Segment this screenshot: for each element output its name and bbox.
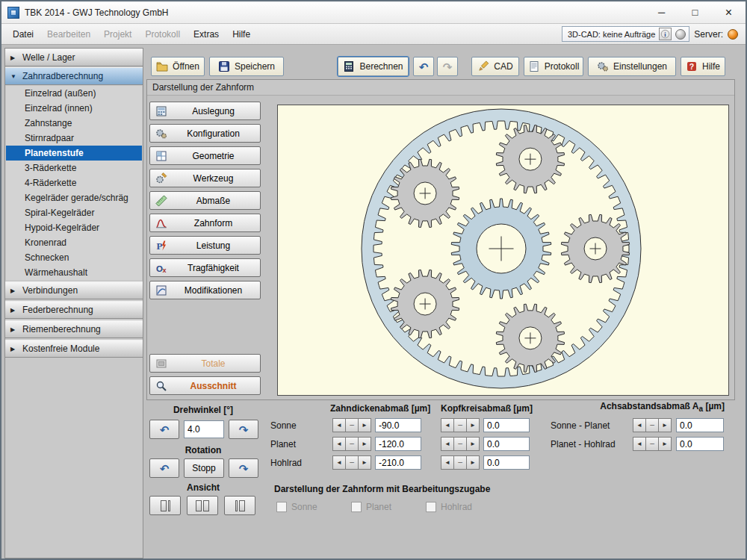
zahndicken-hohlrad-input[interactable] (375, 455, 421, 470)
sidebar-item-planetenstufe[interactable]: Planetenstufe (6, 146, 142, 161)
ruler-icon (155, 195, 167, 207)
planet-checkbox[interactable] (351, 502, 362, 512)
sidebar-item-schnecken[interactable]: Schnecken (6, 250, 142, 265)
sidebar-item-kronenrad[interactable]: Kronenrad (6, 235, 142, 250)
sidebar-item-4-raederkette[interactable]: 4-Räderkette (6, 175, 142, 190)
sidebar-item-3-raederkette[interactable]: 3-Räderkette (6, 161, 142, 175)
sidebar-section-verbindungen[interactable]: ▶ Verbindungen (5, 281, 143, 299)
decrease-button[interactable]: ◄ (441, 418, 454, 432)
rotate-ccw-step-button[interactable]: ↶ (149, 420, 179, 439)
decrease-button[interactable]: ◄ (332, 455, 346, 470)
ausschnitt-button[interactable]: Ausschnitt (149, 376, 261, 395)
geometrie-button[interactable]: Geometrie (149, 146, 261, 165)
row-label-sonne: Sonne (270, 420, 297, 431)
view-mode-2-button[interactable] (187, 496, 218, 515)
view-mode-3-button[interactable] (224, 496, 255, 515)
menu-protokoll[interactable]: Protokoll (138, 26, 187, 43)
sidebar-item-waermehaushalt[interactable]: Wärmehaushalt (6, 265, 142, 280)
sidebar-section-zahnradberechnung[interactable]: ▼ Zahnradberechnung (5, 67, 143, 85)
achsabstand-sonne-planet-input[interactable] (676, 418, 724, 432)
menu-datei[interactable]: Datei (6, 26, 40, 43)
increase-button[interactable]: ► (466, 437, 480, 451)
sonne-checkbox[interactable] (276, 502, 287, 512)
sidebar-item-spiral-kegelraeder[interactable]: Spiral-Kegelräder (6, 205, 142, 220)
close-button[interactable]: × (712, 1, 746, 23)
auslegung-button[interactable]: Auslegung (149, 102, 261, 120)
zahndicken-planet-input[interactable] (375, 437, 421, 451)
sidebar-item-einzelrad-innen[interactable]: Einzelrad (innen) (6, 101, 142, 116)
protocol-button[interactable]: Protokoll (524, 57, 583, 76)
reset-button[interactable]: ─ (345, 455, 359, 470)
increase-button[interactable]: ► (358, 455, 371, 470)
decrease-button[interactable]: ◄ (441, 437, 454, 451)
drehwinkel-input[interactable] (184, 420, 224, 438)
double-pane-icon (196, 500, 209, 511)
decrease-button[interactable]: ◄ (633, 437, 646, 451)
open-button[interactable]: Öffnen (151, 57, 205, 76)
decrease-button[interactable]: ◄ (441, 455, 454, 470)
zahnform-button[interactable]: Zahnform (149, 214, 261, 232)
increase-button[interactable]: ► (466, 418, 480, 432)
decrease-button[interactable]: ◄ (332, 437, 346, 451)
sidebar-section-riemenberechnung[interactable]: ▶ Riemenberechnung (5, 320, 143, 338)
sidebar-section-welle-lager[interactable]: ▶ Welle / Lager (5, 49, 143, 66)
chevron-down-icon: ▼ (10, 73, 17, 80)
reset-button[interactable]: ─ (345, 418, 359, 432)
increase-button[interactable]: ► (358, 418, 371, 432)
abmasse-button[interactable]: Abmaße (149, 191, 261, 210)
view-mode-1-button[interactable] (149, 496, 181, 515)
kopfkreis-hohlrad-input[interactable] (483, 455, 530, 470)
reset-button[interactable]: ─ (345, 437, 359, 451)
reset-button[interactable]: ─ (453, 418, 467, 432)
sidebar-item-stirnradpaar[interactable]: Stirnradpaar (6, 131, 142, 146)
kopfkreis-sonne-input[interactable] (483, 418, 530, 432)
cad-button[interactable]: CAD (471, 57, 519, 76)
sidebar-item-hypoid-kegelraeder[interactable]: Hypoid-Kegelräder (6, 220, 142, 235)
increase-button[interactable]: ► (466, 455, 480, 470)
hohlrad-checkbox[interactable] (426, 502, 436, 512)
sidebar-item-kegelraeder[interactable]: Kegelräder gerade/schräg (6, 190, 142, 205)
achsabstand-header-unit: [µm] (703, 401, 725, 411)
menu-extras[interactable]: Extras (187, 26, 226, 43)
rotate-cw-step-button[interactable]: ↷ (229, 420, 258, 439)
reset-button[interactable]: ─ (453, 455, 467, 470)
calculate-button[interactable]: Berechnen (338, 57, 409, 76)
achsabstand-planet-hohlrad-input[interactable] (676, 437, 724, 451)
increase-button[interactable]: ► (358, 437, 371, 451)
section-label: Verbindungen (22, 285, 78, 296)
reset-button[interactable]: ─ (645, 418, 659, 432)
kopfkreis-planet-input[interactable] (483, 437, 530, 451)
rotation-stop-button[interactable]: Stopp (184, 458, 224, 478)
sidebar-item-zahnstange[interactable]: Zahnstange (6, 116, 142, 131)
sidebar-section-kostenfreie-module[interactable]: ▶ Kostenfreie Module (5, 340, 143, 358)
sidebar-section-federberechnung[interactable]: ▶ Federberechnung (5, 301, 143, 319)
help-button[interactable]: Hilfe (681, 57, 725, 76)
modifikationen-button[interactable]: Modifikationen (149, 281, 261, 299)
rotation-ccw-button[interactable]: ↶ (149, 458, 179, 478)
werkzeug-button[interactable]: Werkzeug (149, 169, 261, 187)
menu-bearbeiten[interactable]: Bearbeiten (40, 26, 97, 43)
leistung-button[interactable]: Leistung (149, 236, 261, 255)
reset-button[interactable]: ─ (453, 437, 467, 451)
increase-button[interactable]: ► (658, 418, 672, 432)
totale-button[interactable]: Totale (149, 354, 261, 373)
cad-info-button[interactable] (659, 28, 672, 40)
zahndicken-sonne-input[interactable] (375, 418, 421, 432)
sidebar-item-einzelrad-aussen[interactable]: Einzelrad (außen) (6, 86, 142, 101)
rotation-cw-button[interactable]: ↷ (229, 458, 258, 478)
increase-button[interactable]: ► (658, 437, 672, 451)
undo-button[interactable]: ↶ (413, 57, 434, 76)
reset-button[interactable]: ─ (645, 437, 659, 451)
minimize-button[interactable]: ─ (645, 1, 678, 23)
konfiguration-label: Konfiguration (172, 128, 255, 139)
menu-projekt[interactable]: Projekt (97, 26, 138, 43)
save-button[interactable]: Speichern (209, 57, 284, 76)
redo-button[interactable]: ↷ (437, 57, 458, 76)
maximize-button[interactable]: □ (678, 1, 712, 23)
konfiguration-button[interactable]: Konfiguration (149, 124, 261, 143)
settings-button[interactable]: Einstellungen (588, 57, 676, 76)
decrease-button[interactable]: ◄ (633, 418, 646, 432)
tragfaehigkeit-button[interactable]: Tragfähigkeit (149, 258, 261, 277)
decrease-button[interactable]: ◄ (332, 418, 346, 432)
menu-hilfe[interactable]: Hilfe (226, 26, 257, 43)
